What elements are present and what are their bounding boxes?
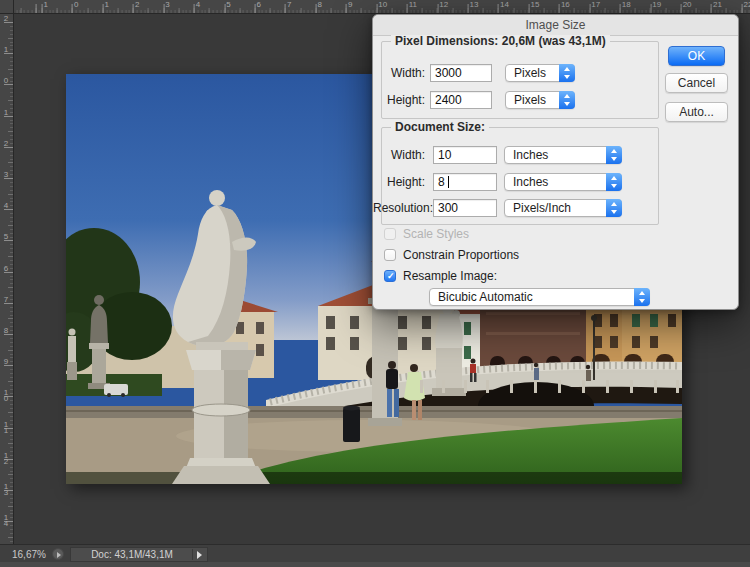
ruler-label: 1: [2, 110, 10, 116]
ruler-label: 2: [2, 16, 10, 22]
ruler-label: 7: [287, 1, 291, 9]
ruler-top[interactable]: 1012345678910111213141516171819202122: [14, 0, 750, 14]
px-height-label: Height:: [379, 91, 425, 109]
ruler-label: 4: [2, 203, 10, 209]
ruler-label: 6: [2, 266, 10, 272]
ruler-left[interactable]: 2101234567891 01 11 21 31 41 5: [0, 14, 14, 567]
dialog-titlebar[interactable]: Image Size: [373, 15, 738, 36]
ruler-label: 12: [439, 1, 448, 9]
resample-image-checkbox[interactable]: Resample Image:: [384, 270, 534, 284]
stepper-chevrons-icon: [606, 146, 622, 164]
pixel-dimensions-legend: Pixel Dimensions: 20,6M (was 43,1M): [391, 35, 610, 48]
checkbox-box-icon: [384, 270, 396, 282]
doc-width-label: Width:: [379, 146, 425, 164]
ruler-label: 0: [2, 78, 10, 84]
status-bottom-strip: [0, 562, 750, 567]
ok-button[interactable]: OK: [668, 46, 725, 66]
play-arrow-icon[interactable]: [192, 549, 206, 560]
ruler-origin-corner[interactable]: [0, 0, 14, 14]
stepper-chevrons-icon: [559, 64, 575, 82]
px-height-input[interactable]: [430, 91, 492, 109]
ruler-label: 7: [2, 297, 10, 303]
ruler-label: 1: [44, 1, 48, 9]
ruler-label: 17: [591, 1, 600, 9]
doc-info-box[interactable]: Doc: 43,1M/43,1M: [70, 547, 208, 562]
status-flyout-icon[interactable]: [52, 548, 64, 560]
doc-width-input[interactable]: [433, 146, 497, 164]
scale-styles-checkbox[interactable]: Scale Styles: [384, 228, 534, 242]
doc-info-text: Doc: 43,1M/43,1M: [71, 548, 207, 561]
ruler-label: 2: [2, 141, 10, 147]
checkbox-box-icon: [384, 228, 396, 240]
auto-button[interactable]: Auto...: [665, 102, 728, 122]
constrain-proportions-checkbox[interactable]: Constrain Proportions: [384, 249, 554, 263]
stepper-chevrons-icon: [606, 199, 622, 217]
ruler-label: 19: [652, 1, 661, 9]
doc-height-unit-select[interactable]: Inches: [504, 173, 622, 191]
doc-width-unit-select[interactable]: Inches: [504, 146, 622, 164]
ruler-label: 18: [622, 1, 631, 9]
cancel-button[interactable]: Cancel: [665, 73, 728, 93]
status-bar: 16,67% Doc: 43,1M/43,1M: [0, 544, 750, 567]
pixel-dimensions-size: 20,6M (was 43,1M): [502, 34, 606, 48]
px-width-label: Width:: [379, 64, 425, 82]
ruler-label: 11: [409, 1, 417, 9]
ruler-label: 1: [2, 47, 10, 53]
dialog-title: Image Size: [525, 18, 585, 32]
ruler-label: 9: [348, 1, 352, 9]
zoom-level-field[interactable]: 16,67%: [12, 549, 46, 560]
stepper-chevrons-icon: [559, 91, 575, 109]
ruler-label: 20: [683, 1, 692, 9]
stepper-chevrons-icon: [606, 173, 622, 191]
document-size-legend: Document Size:: [391, 121, 489, 134]
px-width-unit-select[interactable]: Pixels: [505, 64, 575, 82]
stepper-chevrons-icon: [634, 288, 650, 306]
ruler-label: 3: [2, 172, 10, 178]
ruler-label: 5: [226, 1, 230, 9]
doc-height-label: Height:: [379, 173, 425, 191]
ruler-label: 4: [196, 1, 200, 9]
px-height-unit-select[interactable]: Pixels: [505, 91, 575, 109]
resolution-label: Resolution:: [373, 199, 425, 217]
resolution-input[interactable]: [433, 199, 497, 217]
ruler-label: 21: [713, 1, 722, 9]
ruler-label: 2: [135, 1, 139, 9]
resample-method-select[interactable]: Bicubic Automatic: [429, 288, 650, 306]
photoshop-window: 1012345678910111213141516171819202122 21…: [0, 0, 750, 567]
ruler-label: 1 2: [2, 453, 10, 465]
doc-height-input[interactable]: [433, 173, 497, 191]
ground: [66, 418, 682, 484]
ruler-label: 10: [378, 1, 387, 9]
ruler-label: 9: [2, 359, 10, 365]
ruler-label: 8: [317, 1, 321, 9]
ruler-label: 3: [165, 1, 169, 9]
ruler-label: 1 4: [2, 515, 10, 527]
px-width-input[interactable]: [430, 64, 492, 82]
ruler-label: 14: [500, 1, 509, 9]
ruler-label: 15: [530, 1, 539, 9]
resolution-unit-select[interactable]: Pixels/Inch: [504, 199, 622, 217]
trash-bin: [343, 406, 360, 443]
text-caret: [448, 176, 449, 188]
ruler-label: 0: [74, 1, 78, 9]
ruler-label: 22: [743, 1, 750, 9]
ruler-label: 1: [104, 1, 108, 9]
ruler-label: 1 1: [2, 422, 10, 434]
ruler-label: 6: [257, 1, 261, 9]
ruler-label: 8: [2, 328, 10, 334]
ruler-label: 16: [561, 1, 570, 9]
ruler-label: 5: [2, 234, 10, 240]
image-size-dialog: Image Size Pixel Dimensions: 20,6M (was …: [372, 14, 739, 310]
ruler-label: 13: [470, 1, 479, 9]
checkbox-box-icon: [384, 249, 396, 261]
ruler-label: 1 3: [2, 484, 10, 496]
ruler-label: 1 0: [2, 390, 10, 402]
